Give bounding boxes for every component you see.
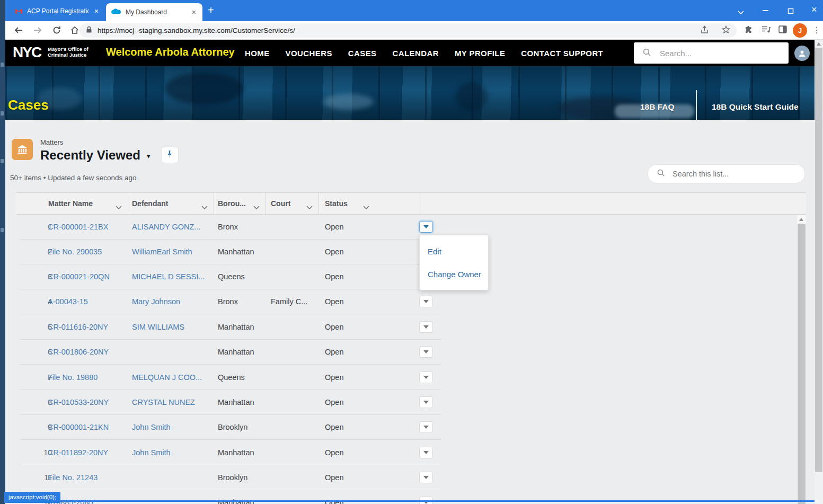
browser-tab-my-dashboard[interactable]: My Dashboard × bbox=[106, 3, 202, 21]
global-search[interactable] bbox=[634, 42, 789, 64]
table-row: 5 CR-011616-20NY SIM WILLIAMS Manhattan … bbox=[16, 315, 806, 340]
defendant-link[interactable]: MICHAEL D SESSI... bbox=[132, 264, 205, 289]
triangle-down-icon bbox=[423, 376, 429, 379]
row-actions-button[interactable] bbox=[419, 321, 433, 333]
nav-item-vouchers[interactable]: VOUCHERS bbox=[286, 49, 332, 58]
list-scrollbar-thumb[interactable] bbox=[798, 224, 806, 504]
nav-item-cases[interactable]: CASES bbox=[348, 49, 377, 58]
global-search-input[interactable] bbox=[659, 48, 767, 58]
nav-item-home[interactable]: HOME bbox=[245, 49, 270, 58]
browser-profile-avatar[interactable]: J bbox=[793, 23, 807, 38]
nav-item-my-profile[interactable]: MY PROFILE bbox=[455, 49, 505, 58]
link-18b-faq[interactable]: 18B FAQ bbox=[640, 102, 675, 112]
matter-link[interactable]: CR-000001-21BX bbox=[48, 215, 108, 240]
chevron-down-icon[interactable] bbox=[116, 202, 122, 211]
scroll-up-arrow-icon[interactable] bbox=[817, 42, 821, 46]
column-matter-name[interactable]: Matter Name bbox=[48, 199, 93, 208]
window-menu-chevron-icon[interactable] bbox=[738, 7, 744, 17]
matter-link[interactable]: A-00043-15 bbox=[48, 289, 88, 314]
side-panel-icon[interactable] bbox=[778, 25, 789, 36]
lock-icon bbox=[86, 26, 92, 36]
pin-list-button[interactable] bbox=[161, 147, 179, 163]
list-search[interactable] bbox=[648, 164, 805, 183]
matter-link[interactable]: CR-000021-20QN bbox=[48, 264, 110, 289]
chevron-down-icon[interactable] bbox=[363, 202, 369, 211]
scroll-up-arrow-icon[interactable] bbox=[799, 218, 803, 221]
borough-cell: Brooklyn bbox=[218, 465, 247, 490]
defendant-link[interactable]: SIM WILLIAMS bbox=[132, 315, 184, 340]
list-scrollbar[interactable] bbox=[797, 215, 806, 504]
defendant-link[interactable]: CRYSTAL NUNEZ bbox=[132, 390, 195, 415]
row-actions-button[interactable] bbox=[419, 372, 433, 383]
row-actions-button[interactable] bbox=[419, 472, 433, 483]
chevron-down-icon[interactable] bbox=[253, 202, 260, 211]
nav-item-calendar[interactable]: CALENDAR bbox=[393, 49, 439, 58]
matter-link[interactable]: File No. 19880 bbox=[48, 365, 98, 390]
defendant-link[interactable]: John Smith bbox=[132, 415, 171, 440]
bookmark-star-icon[interactable] bbox=[722, 25, 730, 36]
back-icon[interactable] bbox=[14, 25, 24, 36]
matter-link[interactable]: File No. 21243 bbox=[48, 465, 98, 490]
borough-cell: Bronx bbox=[218, 289, 238, 314]
page-scrollbar[interactable] bbox=[815, 40, 823, 504]
table-row: 4 A-00043-15 Mary Johnson Bronx Family C… bbox=[16, 289, 806, 314]
defendant-link[interactable]: WilliamEarl Smith bbox=[132, 240, 192, 264]
column-status[interactable]: Status bbox=[325, 199, 348, 208]
home-icon[interactable] bbox=[70, 25, 81, 36]
view-caret-icon[interactable]: ▾ bbox=[147, 150, 151, 160]
borough-cell: Manhattan bbox=[218, 440, 254, 465]
borough-cell: Queens bbox=[218, 264, 245, 289]
page-scrollbar-thumb[interactable] bbox=[815, 48, 822, 472]
defendant-link[interactable]: MELQUAN J COO... bbox=[132, 365, 202, 390]
nyc-logo-subtext: Mayor's Office of Criminal Justice bbox=[48, 46, 89, 58]
hero-photo-shape bbox=[456, 82, 488, 111]
matter-link[interactable]: File No. 290035 bbox=[48, 240, 102, 264]
row-actions-button[interactable] bbox=[419, 346, 433, 358]
background-window-fragment bbox=[1, 228, 4, 232]
column-court[interactable]: Court bbox=[271, 199, 290, 208]
reload-icon[interactable] bbox=[52, 25, 63, 36]
column-borough[interactable]: Borou... bbox=[218, 199, 246, 208]
row-actions-button[interactable] bbox=[419, 447, 433, 458]
tab-close-icon[interactable]: × bbox=[93, 7, 100, 15]
column-defendant[interactable]: Defendant bbox=[132, 199, 168, 208]
defendant-link[interactable]: John Smith bbox=[132, 440, 171, 465]
list-view-name[interactable]: Recently Viewed bbox=[40, 148, 140, 163]
link-18b-quick-start-guide[interactable]: 18B Quick Start Guide bbox=[712, 102, 799, 112]
column-divider bbox=[266, 193, 266, 214]
nav-item-contact-support[interactable]: CONTACT SUPPORT bbox=[521, 49, 603, 58]
menu-item-change-owner[interactable]: Change Owner bbox=[428, 270, 481, 279]
chevron-down-icon[interactable] bbox=[306, 202, 313, 211]
site-header: NYC Mayor's Office of Criminal Justice W… bbox=[5, 40, 815, 66]
chevron-down-icon[interactable] bbox=[201, 202, 208, 211]
menu-item-edit[interactable]: Edit bbox=[428, 247, 441, 256]
new-tab-button[interactable]: + bbox=[208, 4, 214, 16]
row-actions-button[interactable] bbox=[419, 296, 433, 307]
matter-link[interactable]: CR-011892-20NY bbox=[48, 440, 108, 465]
matter-link[interactable]: CR-010533-20NY bbox=[48, 390, 109, 415]
reading-list-icon[interactable] bbox=[762, 25, 772, 36]
share-icon[interactable] bbox=[700, 25, 709, 36]
triangle-down-icon bbox=[423, 325, 429, 329]
matter-link[interactable]: CR-000001-21KN bbox=[48, 415, 109, 440]
list-search-input[interactable] bbox=[671, 169, 790, 179]
window-minimize-button[interactable] bbox=[763, 10, 768, 11]
forward-icon[interactable] bbox=[33, 25, 43, 36]
window-maximize-button[interactable] bbox=[787, 7, 794, 16]
row-actions-button[interactable] bbox=[419, 221, 433, 233]
matter-link[interactable]: CR-011616-20NY bbox=[48, 315, 108, 340]
browser-menu-kebab-icon[interactable]: ⋮ bbox=[812, 25, 821, 35]
status-cell: Open bbox=[325, 240, 343, 264]
extensions-puzzle-icon[interactable] bbox=[744, 25, 755, 36]
row-actions-button[interactable] bbox=[419, 396, 433, 408]
user-avatar-icon[interactable] bbox=[794, 46, 810, 61]
row-actions-button[interactable] bbox=[419, 421, 433, 433]
defendant-link[interactable]: Mary Johnson bbox=[132, 289, 180, 314]
matter-link[interactable]: CR-001806-20NY bbox=[48, 340, 109, 365]
tab-close-icon[interactable]: × bbox=[191, 8, 197, 16]
background-window-edge bbox=[0, 0, 5, 504]
url-bar[interactable]: https://mocj--staging.sandbox.my.site.co… bbox=[79, 23, 737, 38]
browser-tab-acp-portal[interactable]: ACP Portal Registratio × bbox=[10, 3, 105, 20]
window-close-button[interactable]: × bbox=[811, 5, 817, 14]
defendant-link[interactable]: ALISANDY GONZ... bbox=[132, 215, 200, 240]
